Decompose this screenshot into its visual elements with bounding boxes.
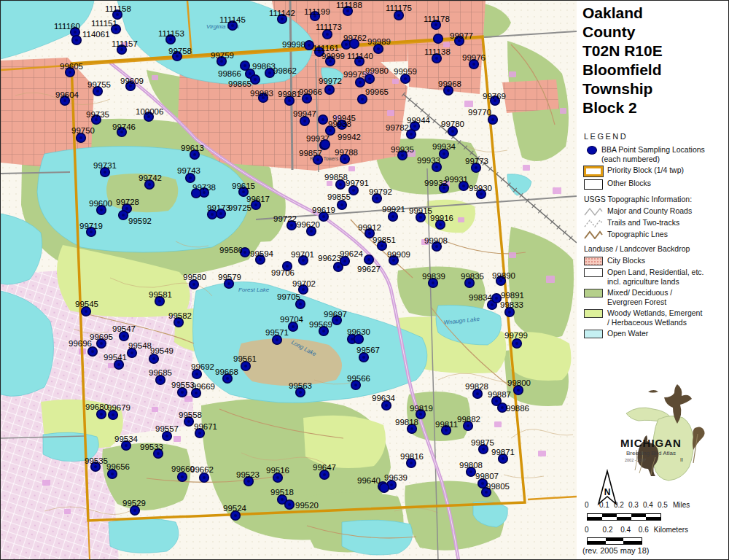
bba-point-dot[interactable] — [434, 34, 443, 44]
bba-point-number: 99980 — [365, 66, 389, 75]
bba-point-number: 99976 — [462, 53, 486, 62]
bba-point-dot[interactable] — [192, 189, 201, 198]
scalebar-segment — [617, 517, 631, 520]
bba-point-number: 99912 — [358, 223, 381, 232]
bba-point-number: 99697 — [324, 310, 347, 319]
bba-point-core — [361, 98, 364, 101]
bba-point-core — [495, 400, 498, 402]
bba-point-number: 99600 — [89, 199, 112, 208]
bba-point-number: 99890 — [492, 271, 515, 280]
bba-point-number: 99604 — [55, 90, 79, 99]
side-panel: OaklandCountyT02N R10EBloomfieldTownship… — [578, 1, 729, 560]
bba-point-number: 99524 — [223, 504, 247, 513]
bba-point-number: 99735 — [86, 110, 109, 119]
bba-point-core — [198, 432, 201, 435]
bba-point-core — [352, 189, 355, 192]
bba-point-number: 99518 — [270, 488, 294, 497]
legend-item-label: City Blocks — [607, 256, 645, 265]
bba-point-number: 99769 — [483, 92, 506, 101]
bba-point-number: 99857 — [299, 149, 322, 158]
bba-point[interactable]: 99866 — [218, 69, 254, 79]
bba-point-core — [385, 404, 388, 407]
bba-point-number: 99981 — [278, 90, 301, 98]
legend-item: BBA Point Sampling Locations(each number… — [584, 145, 728, 163]
legend-item-label: BBA Point Sampling Locations(each number… — [601, 145, 705, 163]
bba-point-number: 99931 — [445, 175, 468, 184]
bba-point-core — [445, 429, 448, 432]
bba-point-core — [451, 130, 454, 133]
bba-point-core — [75, 39, 78, 42]
bba-point-core — [74, 31, 77, 34]
legend-item-label: Open Land, Residential, etc.incl. agricu… — [607, 268, 704, 286]
bba-point-core — [410, 133, 413, 136]
bba-point-number: 99569 — [309, 320, 332, 329]
bba-point-core — [114, 28, 117, 31]
bba-point[interactable]: 99886 — [498, 403, 529, 413]
bba-point-core — [322, 330, 325, 332]
bba-point-dot[interactable] — [350, 39, 359, 49]
bba-point-icon — [587, 146, 597, 155]
scalebar-segment — [588, 517, 602, 520]
legend-item: Topographic Lnes — [584, 230, 728, 239]
bba-point-core — [158, 300, 161, 303]
bba-point-number: 111138 — [424, 47, 451, 56]
bba-point-core — [133, 509, 136, 512]
bba-point[interactable]: 99998 — [282, 40, 313, 50]
bba-point[interactable]: 99520 — [285, 500, 319, 510]
bba-point-number: 99966 — [299, 88, 322, 96]
bba-point-number: 99605 — [60, 62, 83, 71]
bba-point-core — [195, 373, 198, 376]
bba-point-number: 99627 — [357, 265, 381, 273]
bba-point-core — [326, 33, 329, 36]
map-title-line: Block 2 — [578, 98, 729, 117]
legend-item-label: Trails and Two-tracks — [607, 218, 679, 228]
bba-point-number: 99742 — [139, 174, 162, 182]
bba-point-core — [91, 350, 94, 353]
bba-point-number: 99891 — [501, 291, 524, 300]
bba-point-number: 99561 — [233, 354, 257, 363]
bba-point-core — [226, 377, 229, 380]
bba-point-number: 99558 — [179, 411, 202, 419]
bba-point-dot[interactable] — [321, 140, 330, 149]
bba-point-number: 99617 — [246, 195, 270, 203]
map-area[interactable]: Virginia ParkForest LakeLong LakeWnaugn … — [1, 1, 577, 560]
legend-item-label: Open Water — [607, 329, 648, 338]
bba-point-core — [219, 212, 222, 215]
logo-numeral: II — [680, 457, 683, 462]
priority-block-swatch — [584, 166, 603, 176]
bba-point-number: 99722 — [273, 214, 297, 223]
bba-point-number: 99834 — [469, 293, 493, 302]
bba-point-number: 99594 — [250, 249, 274, 258]
bba-point-number: 99609 — [120, 77, 144, 85]
bba-point-core — [268, 71, 271, 74]
bba-point-core — [281, 18, 284, 20]
bba-point-core — [193, 153, 196, 156]
bba-point-number: 99520 — [295, 501, 319, 510]
topo-map-canvas[interactable]: Virginia ParkForest LakeLong LakeWnaugn … — [1, 1, 577, 560]
wetland-swatch — [584, 309, 603, 318]
bba-point-dot[interactable] — [354, 335, 364, 344]
bba-point-dot[interactable] — [380, 483, 389, 493]
bba-point-core — [335, 319, 338, 322]
bba-point-number: 111140 — [347, 52, 373, 61]
bba-point-number: 99704 — [280, 315, 304, 324]
bba-point-core — [288, 503, 291, 506]
open-land-swatch — [584, 268, 603, 277]
bba-point-number: 99758 — [168, 47, 192, 55]
bba-point-number: 111153 — [158, 29, 184, 38]
legend-item: Trails and Two-tracks — [584, 218, 728, 228]
bba-point-number: 99944 — [407, 116, 431, 125]
bba-point-core — [181, 391, 184, 394]
scalebar — [587, 537, 642, 545]
bba-point-number: 99862 — [273, 66, 297, 75]
sparrow-icon — [693, 427, 705, 450]
bba-point-core — [362, 356, 365, 359]
legend-item: Major and County Roads — [584, 206, 728, 216]
bba-point-number: 99535 — [85, 456, 108, 465]
bba-point-core — [302, 259, 305, 262]
legend-item: Mixed/ Deciduous /Evergreen Forest — [584, 288, 728, 306]
bba-point-number: 99701 — [291, 250, 314, 259]
bba-point-core — [125, 207, 128, 210]
bba-point-number: 99640 — [357, 476, 381, 485]
bba-point-core — [345, 43, 348, 46]
